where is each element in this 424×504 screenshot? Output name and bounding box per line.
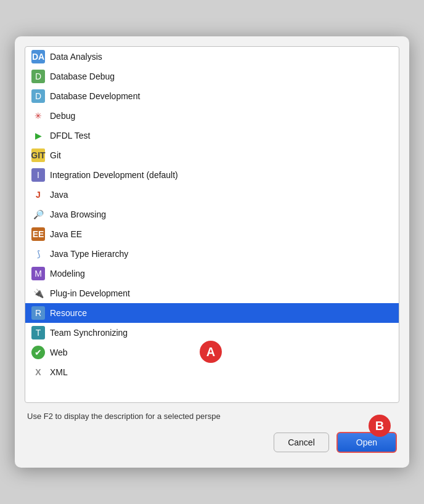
database-debug-icon: D	[31, 70, 45, 83]
list-item-java-ee[interactable]: EEJava EE	[25, 224, 399, 244]
list-item-resource[interactable]: RResource	[25, 303, 399, 323]
java-browsing-icon: 🔎	[31, 208, 45, 221]
list-item-dfdl-test[interactable]: ▶DFDL Test	[25, 126, 399, 145]
open-button[interactable]: Open	[336, 432, 397, 453]
team-synchronizing-label: Team Synchronizing	[50, 328, 128, 338]
list-item-web[interactable]: ✔Web	[25, 343, 399, 362]
integration-development-icon: I	[31, 168, 45, 182]
data-analysis-icon: DA	[31, 50, 45, 63]
java-type-hierarchy-label: Java Type Hierarchy	[50, 249, 128, 259]
list-item-xml[interactable]: XXML	[25, 362, 399, 382]
list-item-java-browsing[interactable]: 🔎Java Browsing	[25, 205, 399, 224]
git-label: Git	[50, 150, 61, 160]
list-item-team-synchronizing[interactable]: TTeam Synchronizing	[25, 323, 399, 343]
perspective-list[interactable]: DAData AnalysisDDatabase DebugDDatabase …	[25, 46, 399, 403]
button-row: Cancel Open	[15, 427, 409, 455]
list-item-debug[interactable]: ✳Debug	[25, 106, 399, 126]
xml-label: XML	[50, 367, 68, 377]
java-ee-label: Java EE	[50, 229, 82, 239]
resource-icon: R	[31, 306, 45, 320]
xml-icon: X	[31, 365, 45, 379]
java-browsing-label: Java Browsing	[50, 209, 106, 219]
list-item-database-debug[interactable]: DDatabase Debug	[25, 67, 399, 86]
web-icon: ✔	[31, 346, 45, 359]
database-development-label: Database Development	[50, 91, 140, 101]
git-icon: GIT	[31, 148, 45, 162]
plugin-development-label: Plug-in Development	[50, 288, 130, 298]
list-item-java-type-hierarchy[interactable]: ⟆Java Type Hierarchy	[25, 244, 399, 264]
modeling-icon: M	[31, 267, 45, 280]
java-icon: J	[31, 188, 45, 201]
database-development-icon: D	[31, 89, 45, 103]
integration-development-label: Integration Development (default)	[50, 170, 178, 180]
list-item-data-analysis[interactable]: DAData Analysis	[25, 47, 399, 67]
list-item-modeling[interactable]: MModeling	[25, 264, 399, 283]
debug-icon: ✳	[31, 109, 45, 123]
list-item-database-development[interactable]: DDatabase Development	[25, 86, 399, 106]
plugin-development-icon: 🔌	[31, 287, 45, 300]
cancel-button[interactable]: Cancel	[274, 433, 329, 452]
dfdl-test-label: DFDL Test	[50, 131, 90, 140]
modeling-label: Modeling	[50, 269, 85, 278]
dfdl-test-icon: ▶	[31, 129, 45, 142]
java-ee-icon: EE	[31, 227, 45, 241]
debug-label: Debug	[50, 111, 75, 121]
hint-text: Use F2 to display the description for a …	[15, 403, 409, 427]
java-label: Java	[50, 190, 68, 200]
list-item-integration-development[interactable]: IIntegration Development (default)	[25, 165, 399, 185]
list-item-java[interactable]: JJava	[25, 185, 399, 205]
list-item-git[interactable]: GITGit	[25, 145, 399, 165]
java-type-hierarchy-icon: ⟆	[31, 247, 45, 261]
team-synchronizing-icon: T	[31, 326, 45, 339]
data-analysis-label: Data Analysis	[50, 52, 102, 62]
resource-label: Resource	[50, 308, 87, 318]
list-item-plugin-development[interactable]: 🔌Plug-in Development	[25, 283, 399, 303]
database-debug-label: Database Debug	[50, 71, 115, 81]
open-perspective-dialog: DAData AnalysisDDatabase DebugDDatabase …	[15, 36, 409, 468]
web-label: Web	[50, 348, 68, 357]
